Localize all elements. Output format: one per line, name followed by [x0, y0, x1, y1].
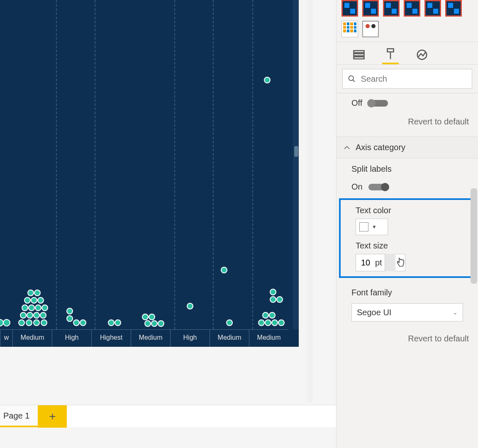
search-field[interactable] — [361, 74, 467, 84]
data-point[interactable] — [115, 319, 121, 326]
text-color-picker[interactable]: ▼ — [356, 219, 388, 235]
page-tab-active[interactable]: Page 1 — [0, 405, 38, 427]
chart-scrollbar-thumb[interactable] — [294, 146, 298, 157]
custom-visual-icon[interactable] — [383, 0, 400, 17]
svg-rect-2 — [354, 57, 364, 59]
data-point[interactable] — [262, 312, 269, 319]
data-point[interactable] — [278, 319, 285, 326]
data-point[interactable] — [35, 304, 41, 311]
axis-category-label: Medium — [210, 329, 249, 347]
toggle-state-label: Off — [351, 98, 362, 108]
data-point[interactable] — [66, 315, 73, 322]
custom-visual-grid-icon[interactable] — [341, 21, 358, 37]
color-swatch-preview — [359, 222, 368, 231]
text-size-value[interactable] — [356, 258, 375, 268]
canvas-vertical-scrollbar[interactable] — [307, 0, 313, 402]
axis-category-label: High — [170, 329, 210, 347]
add-page-button[interactable]: + — [38, 405, 67, 428]
data-point[interactable] — [73, 319, 80, 326]
data-point[interactable] — [144, 320, 151, 327]
data-point[interactable] — [34, 290, 41, 296]
data-point[interactable] — [258, 319, 265, 326]
data-point[interactable] — [142, 314, 149, 320]
data-point[interactable] — [271, 319, 278, 326]
pane-tabs — [337, 41, 478, 65]
revert-to-default-link[interactable]: Revert to default — [337, 113, 478, 136]
data-point[interactable] — [27, 312, 33, 319]
axis-category-section-header[interactable]: Axis category — [337, 136, 478, 158]
data-point[interactable] — [40, 312, 46, 319]
data-point[interactable] — [80, 319, 86, 326]
data-point[interactable] — [41, 304, 48, 311]
data-point[interactable] — [108, 319, 115, 326]
font-family-value: Segoe UI — [357, 308, 391, 317]
data-point[interactable] — [33, 312, 40, 319]
data-point[interactable] — [269, 312, 276, 319]
custom-visual-icon[interactable] — [362, 0, 379, 17]
axis-category-label: w — [0, 329, 12, 347]
svg-rect-1 — [354, 54, 364, 56]
text-size-input[interactable]: pt — [356, 254, 405, 271]
data-point[interactable] — [20, 312, 27, 319]
data-point[interactable] — [26, 319, 32, 326]
property-toggle-off[interactable] — [368, 100, 388, 107]
data-point[interactable] — [226, 319, 233, 326]
data-point[interactable] — [3, 319, 10, 326]
chart-vertical-scrollbar[interactable] — [293, 0, 299, 329]
data-point[interactable] — [270, 296, 276, 303]
visualizations-gallery — [337, 0, 478, 41]
data-point[interactable] — [33, 319, 40, 326]
data-point[interactable] — [31, 297, 37, 304]
data-point[interactable] — [37, 297, 44, 304]
data-point[interactable] — [149, 314, 155, 320]
font-family-dropdown[interactable]: Segoe UI ⌄ — [351, 303, 463, 321]
custom-visual-icon[interactable] — [341, 0, 358, 17]
data-point[interactable] — [28, 304, 35, 311]
data-point[interactable] — [151, 320, 158, 327]
data-point[interactable] — [187, 303, 193, 309]
svg-rect-3 — [388, 49, 394, 52]
data-point[interactable] — [221, 267, 227, 273]
format-pane: Off Revert to default Axis category Spli… — [336, 0, 478, 448]
data-point[interactable] — [265, 319, 271, 326]
text-color-label: Text color — [341, 200, 474, 219]
plus-icon: + — [49, 410, 56, 423]
data-point[interactable] — [158, 320, 164, 327]
split-labels-state: On — [351, 182, 363, 192]
data-point[interactable] — [276, 296, 283, 303]
chevron-down-icon: ▼ — [372, 224, 377, 230]
split-labels-toggle[interactable] — [368, 184, 388, 190]
format-pane-scrollbar-thumb[interactable] — [471, 188, 477, 284]
gridline — [95, 0, 95, 329]
report-canvas: wMediumHighHighestMediumHighMediumMedium… — [0, 0, 336, 448]
axis-category-label: Medium — [12, 329, 52, 347]
data-point[interactable] — [24, 297, 31, 304]
font-family-label: Font family — [337, 280, 478, 301]
format-tab[interactable] — [382, 45, 399, 64]
search-icon — [348, 74, 356, 83]
axis-category-label: Highest — [91, 329, 131, 347]
chart-visual[interactable]: wMediumHighHighestMediumHighMediumMedium — [0, 0, 299, 347]
data-point[interactable] — [27, 290, 34, 296]
fields-tab[interactable] — [351, 45, 367, 64]
axis-category-label: High — [52, 329, 91, 347]
data-point[interactable] — [18, 319, 25, 326]
data-point[interactable] — [22, 304, 28, 311]
custom-visual-dots-icon[interactable] — [362, 21, 379, 37]
data-point[interactable] — [264, 77, 271, 83]
text-size-spinner[interactable] — [385, 254, 395, 271]
data-point[interactable] — [66, 308, 73, 314]
gridline — [252, 0, 253, 329]
x-axis-categories: wMediumHighHighestMediumHighMediumMedium — [0, 329, 299, 347]
format-search-input[interactable] — [342, 69, 472, 89]
gridline — [213, 0, 214, 329]
custom-visual-icon[interactable] — [445, 0, 462, 17]
custom-visual-icon[interactable] — [404, 0, 420, 17]
revert-to-default-link[interactable]: Revert to default — [337, 321, 478, 353]
custom-visual-icon[interactable] — [424, 0, 441, 17]
analytics-tab[interactable] — [414, 45, 430, 64]
data-point[interactable] — [41, 319, 47, 326]
axis-category-label: Medium — [131, 329, 170, 347]
gridline — [174, 0, 175, 329]
data-point[interactable] — [270, 289, 276, 295]
